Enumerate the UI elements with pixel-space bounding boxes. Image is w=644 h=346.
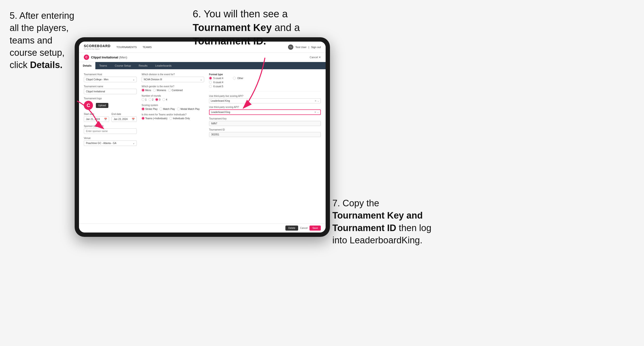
radio-indiv-circle [169,117,172,120]
tablet-screen: SCOREBOARD Powered by clippd TOURNAMENTS… [79,42,326,232]
tournament-host-input[interactable]: Clippd College - Men ⌄ [84,77,137,82]
radio-other-circle [233,77,236,80]
radio-teams-circle [142,117,144,120]
sponsor-field: Sponsor (optional) [84,125,137,134]
right-column: Format type 5 count 4 6 count 4 [209,73,321,219]
tab-course-setup[interactable]: Course Setup [111,62,135,69]
tournament-key-value: 6dfb7 [209,121,321,126]
gender-mens[interactable]: Mens [142,89,151,92]
tournament-name-field: Tournament name Clippd Invitational [84,85,137,94]
end-date-field: End date Jan 23, 2024 📅 [112,113,137,122]
format-type-label: Format type [209,73,321,76]
radio-r4-circle [162,98,165,101]
tournament-name-label: Tournament name [84,85,137,88]
tournament-id-label: Tournament ID [209,128,321,131]
radio-womens-circle [153,89,156,92]
gender-combined[interactable]: Combined [168,89,183,92]
tournament-name-input[interactable]: Clippd Invitational [84,89,137,94]
radio-r2-circle [148,98,152,101]
tournament-host-field: Tournament Host Clippd College - Men ⌄ [84,73,137,82]
radio-mens-circle [142,89,144,92]
teams-field: Is this event for Teams and/or Individua… [142,113,204,120]
start-date-field: Start date Jan 21, 2024 📅 [84,113,109,122]
middle-column: Which division is the event for? NCAA Di… [142,73,204,219]
scoring-field: Scoring system Stroke Play Match Play [142,104,204,110]
scoring-medal[interactable]: Medal Match Play [177,108,200,110]
tab-results[interactable]: Results [135,62,152,69]
teams-label: Is this event for Teams and/or Individua… [142,113,204,116]
gender-field: Which gender is the event for? Mens Wome… [142,85,204,92]
format-6count4[interactable]: 6 count 4 [209,81,223,84]
calendar-icon-2: 📅 [132,118,135,121]
tournament-logo-label: Tournament logo [84,97,137,100]
individuals-option[interactable]: Individuals Only [169,117,190,120]
nav-left: SCOREBOARD Powered by clippd TOURNAMENTS… [84,44,152,50]
radio-6c4-circle [209,81,212,84]
radio-r3-circle [155,98,158,101]
gender-radio-row: Mens Womens Combined [142,89,204,92]
tournament-key-field: Tournament Key 6dfb7 [209,117,321,126]
scoring-match[interactable]: Match Play [160,108,175,110]
live-scoring-1-input[interactable]: Leaderboard King ✕ ⌄ [209,98,321,103]
radio-medal-circle [177,108,180,110]
round-2[interactable]: 2 [148,98,154,101]
radio-match-circle [160,108,162,110]
tournament-id-value: 302051 [209,132,321,137]
live-scoring-2-clear[interactable]: ✕ ⌄ [314,111,319,114]
end-date-input[interactable]: Jan 23, 2024 📅 [112,116,137,122]
delete-button[interactable]: Delete [286,225,298,231]
logo-upload-row: C Upload [84,101,137,110]
annotation-bottom-right: 7. Copy the Tournament Key and Tournamen… [332,197,434,246]
calendar-icon: 📅 [104,118,107,121]
cancel-button[interactable]: Cancel [300,227,308,229]
date-row: Start date Jan 21, 2024 📅 End date Jan 2… [84,113,137,122]
tournament-host-label: Tournament Host [84,73,137,76]
radio-combined-circle [168,89,171,92]
scoring-stroke[interactable]: Stroke Play [142,108,158,110]
teams-option[interactable]: Teams (+Individuals) [142,117,168,120]
round-3[interactable]: 3 [155,98,160,101]
round-1[interactable]: 1 [142,98,147,101]
cancel-tournament-btn[interactable]: Cancel ✕ [310,56,321,59]
venue-field: Venue Peachtree GC - Atlanta - GA ⌄ [84,137,137,146]
division-input[interactable]: NCAA Division III ⌄ [142,77,204,82]
venue-input[interactable]: Peachtree GC - Atlanta - GA ⌄ [84,140,137,146]
radio-6c5-circle [209,85,212,88]
radio-r1-circle [142,98,144,101]
gender-womens[interactable]: Womens [153,89,166,92]
app-logo-sub: Powered by clippd [84,48,110,50]
live-scoring-2-label: Use third-party scoring API? [209,106,321,108]
round-4[interactable]: 4 [162,98,168,101]
tournament-header: C Clippd Invitational (Men) Cancel ✕ [79,53,326,62]
tab-teams[interactable]: Teams [95,62,111,69]
rounds-radio-row: 1 2 3 4 [142,98,204,101]
radio-stroke-circle [142,108,144,110]
format-5count4[interactable]: 5 count 4 [209,77,223,80]
live-scoring-1-clear[interactable]: ✕ ⌄ [314,100,319,102]
venue-label: Venue [84,137,137,140]
sponsor-input[interactable] [84,128,137,134]
scoring-label: Scoring system [142,104,204,107]
left-column: Tournament Host Clippd College - Men ⌄ T… [84,73,137,219]
tablet-frame: SCOREBOARD Powered by clippd TOURNAMENTS… [75,37,330,237]
live-scoring-2-input[interactable]: Leaderboard King ✕ ⌄ [209,109,321,115]
format-other[interactable]: Other [233,77,243,80]
tournament-key-label: Tournament Key [209,117,321,120]
start-date-input[interactable]: Jan 21, 2024 📅 [84,116,109,122]
format-options-row: 5 count 4 6 count 4 6 count 5 [209,77,321,88]
division-label: Which division is the event for? [142,73,204,76]
scoring-radio-row: Stroke Play Match Play Medal Match Play [142,108,204,110]
format-6count5[interactable]: 6 count 5 [209,85,223,88]
nav-teams[interactable]: TEAMS [142,46,152,49]
annotation-top-right: 6. You will then see a Tournament Key an… [193,7,332,48]
content-area: Tournament Host Clippd College - Men ⌄ T… [79,69,326,223]
radio-5c4-circle [209,77,212,80]
gender-label: Which gender is the event for? [142,85,204,88]
tournament-id-field: Tournament ID 302051 [209,128,321,137]
tab-details[interactable]: Details [79,62,95,69]
upload-button[interactable]: Upload [96,103,108,108]
save-button[interactable]: Save [310,225,321,231]
sponsor-label: Sponsor (optional) [84,125,137,127]
tab-leaderboards[interactable]: Leaderboards [151,62,175,69]
nav-tournaments[interactable]: TOURNAMENTS [116,46,137,49]
